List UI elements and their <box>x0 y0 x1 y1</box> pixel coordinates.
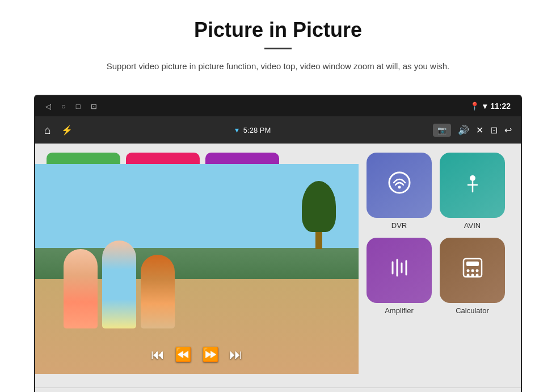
pip-scene <box>35 164 359 374</box>
svg-rect-10 <box>466 262 479 266</box>
svg-point-1 <box>398 186 401 188</box>
calculator-app-container: Calculator <box>440 238 505 315</box>
bottom-apps-bar: Netflix SiriusXM Wheelkey Study Amplifie… <box>35 387 521 392</box>
amplifier-app-container: Amplifier <box>367 238 432 315</box>
avin-icon-symbol <box>460 170 485 201</box>
svg-point-11 <box>466 269 469 272</box>
person-1 <box>64 249 98 328</box>
main-area: − + ✕ <box>35 144 521 387</box>
app-bar: ⌂ ⚡ ▾ 5:28 PM 📷 🔊 ✕ ⊡ ↩ <box>35 116 521 144</box>
next-btn[interactable]: ⏩ <box>202 347 219 363</box>
pip-icon[interactable]: ⊡ <box>490 125 498 136</box>
screenshot-icon[interactable]: ⊡ <box>91 102 97 111</box>
app-grid: DVR AVIN <box>359 144 521 387</box>
status-bar: ◁ ○ □ ⊡ 📍 ▾ 11:22 <box>35 96 521 116</box>
amplifier-icon-symbol <box>387 255 412 286</box>
camera-button[interactable]: 📷 <box>433 124 451 137</box>
app-bar-time: 5:28 PM <box>243 126 271 134</box>
title-divider <box>264 48 292 49</box>
home-icon[interactable]: ○ <box>61 102 66 111</box>
page-title: Picture in Picture <box>34 18 522 42</box>
status-time: 11:22 <box>490 102 511 111</box>
forward-btn[interactable]: ⏭ <box>229 347 243 363</box>
device-frame: ◁ ○ □ ⊡ 📍 ▾ 11:22 ⌂ ⚡ ▾ 5:28 PM 📷 🔊 ✕ ⊡ … <box>34 95 522 392</box>
tree-trunk <box>315 232 322 249</box>
app-bar-center: ▾ 5:28 PM <box>235 125 271 134</box>
wifi-icon: ▾ <box>483 102 487 111</box>
svg-point-14 <box>466 273 469 276</box>
usb-icon: ⚡ <box>61 125 73 136</box>
svg-point-15 <box>471 273 474 276</box>
pip-area: − + ✕ <box>35 144 359 387</box>
calculator-icon-symbol <box>460 255 485 286</box>
dvr-icon-symbol <box>387 170 412 201</box>
rewind-btn[interactable]: ⏮ <box>151 347 165 363</box>
amplifier-label: Amplifier <box>385 306 414 315</box>
avin-app-icon[interactable] <box>440 153 505 218</box>
page-header: Picture in Picture Support video picture… <box>0 0 556 82</box>
location-icon: 📍 <box>470 102 479 111</box>
calculator-app-icon[interactable] <box>440 238 505 303</box>
svg-point-2 <box>470 175 475 181</box>
app-grid-row-2: Amplifier <box>367 238 513 315</box>
status-bar-right: 📍 ▾ 11:22 <box>470 102 511 111</box>
volume-icon[interactable]: 🔊 <box>458 125 469 136</box>
svg-point-13 <box>475 269 478 272</box>
app-bar-right: 📷 🔊 ✕ ⊡ ↩ <box>433 124 512 137</box>
person-3 <box>141 255 175 328</box>
prev-btn[interactable]: ⏪ <box>175 347 192 363</box>
app-bar-left: ⌂ ⚡ <box>44 124 73 137</box>
dvr-label: DVR <box>391 221 407 230</box>
home-btn[interactable]: ⌂ <box>44 124 51 137</box>
wifi-status-icon: ▾ <box>235 125 239 134</box>
page-subtitle: Support video picture in picture functio… <box>85 60 471 73</box>
status-bar-nav: ◁ ○ □ ⊡ <box>45 102 97 111</box>
calculator-label: Calculator <box>456 306 489 315</box>
back-arrow-icon[interactable]: ↩ <box>504 125 512 136</box>
dvr-app-icon[interactable] <box>367 153 432 218</box>
svg-point-16 <box>475 273 478 276</box>
person-2 <box>102 241 136 328</box>
tree-decoration <box>302 181 336 249</box>
recent-icon[interactable]: □ <box>76 102 81 111</box>
avin-label: AVIN <box>464 221 481 230</box>
close-icon[interactable]: ✕ <box>476 125 483 136</box>
avin-app-container: AVIN <box>440 153 505 230</box>
dvr-app-container: DVR <box>367 153 432 230</box>
app-grid-row-1: DVR AVIN <box>367 153 513 230</box>
svg-point-12 <box>471 269 474 272</box>
tree-top <box>302 181 336 232</box>
back-icon[interactable]: ◁ <box>45 102 51 111</box>
pip-playback-controls: ⏮ ⏪ ⏩ ⏭ <box>35 347 359 363</box>
amplifier-app-icon[interactable] <box>367 238 432 303</box>
pip-video[interactable]: − + ✕ <box>35 164 359 374</box>
people-group <box>64 241 175 328</box>
